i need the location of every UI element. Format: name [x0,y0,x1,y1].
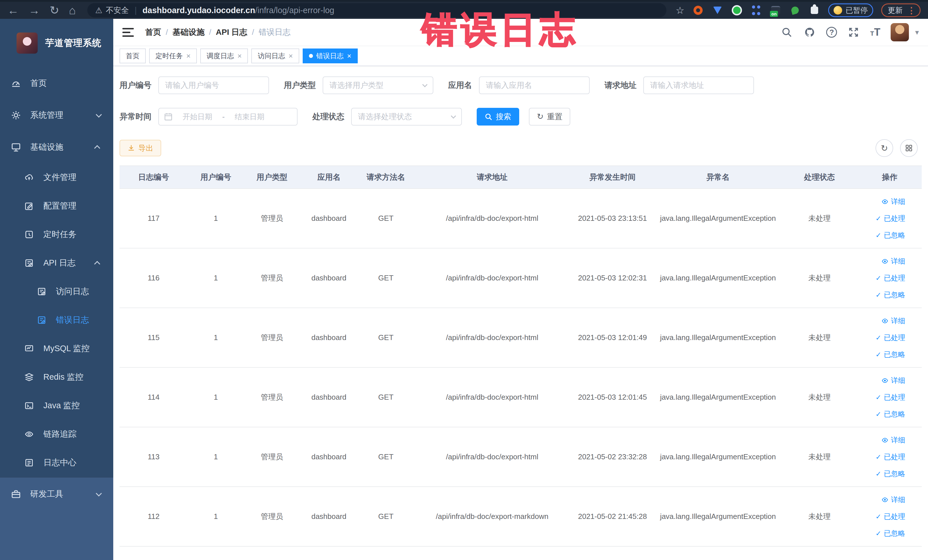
detail-link[interactable]: 详细 [882,435,905,445]
sidebar-item-label: MySQL 监控 [43,343,90,354]
mark-processed-link[interactable]: ✓已处理 [876,273,905,283]
extension-icon-orange[interactable] [692,5,704,16]
browser-update-button[interactable]: 更新 ⋮ [881,3,920,17]
breadcrumb-infra[interactable]: 基础设施 [172,27,205,38]
sidebar-item-log-center[interactable]: 日志中心 [0,449,113,477]
browser-menu-icon[interactable]: ⋮ [907,5,916,15]
not-secure-label[interactable]: 不安全 [106,5,129,15]
cell-status: 未处理 [781,368,858,427]
user-type-select[interactable]: 请选择用户类型 [323,76,433,94]
extension-icon-dots[interactable] [751,5,762,16]
gear-icon [11,110,21,121]
sidebar-item-access-log[interactable]: 访问日志 [0,277,113,306]
tab-home[interactable]: 首页 [119,49,146,63]
reset-button[interactable]: ↻ 重置 [529,108,570,125]
browser-home-icon[interactable]: ⌂ [69,5,76,16]
cell-user-type: 管理员 [244,308,300,368]
mark-processed-link[interactable]: ✓已处理 [876,333,905,342]
mark-processed-link[interactable]: ✓已处理 [876,392,905,402]
tab-job[interactable]: 定时任务 × [149,49,197,63]
request-url-input[interactable] [650,81,751,90]
url-domain: dashboard.yudao.iocoder.cn [143,6,255,15]
sidebar-toggle-icon[interactable] [122,28,134,37]
app-logo-row[interactable]: 芋道管理系统 [0,19,113,67]
check-icon: ✓ [876,470,881,478]
extension-icon-green[interactable] [731,5,743,16]
cell-app-name: dashboard [300,368,358,427]
search-icon[interactable] [780,26,793,38]
sidebar-item-redis[interactable]: Redis 监控 [0,363,113,391]
check-icon: ✓ [876,529,881,537]
close-icon[interactable]: × [347,52,351,60]
search-button[interactable]: 搜索 [477,108,519,125]
col-user-type: 用户类型 [244,166,300,189]
sidebar-item-error-log[interactable]: 错误日志 [0,306,113,334]
export-button[interactable]: 导出 [119,140,161,156]
mark-processed-link[interactable]: ✓已处理 [876,452,905,462]
sidebar-item-home[interactable]: 首页 [0,67,113,99]
browser-forward-icon[interactable]: → [29,5,40,16]
sidebar-item-file[interactable]: 文件管理 [0,163,113,192]
dashboard-icon [11,78,21,89]
sidebar-item-label: Java 监控 [43,400,79,411]
app-name-input[interactable] [486,81,586,90]
mark-ignored-link[interactable]: ✓已忽略 [876,409,905,419]
bookmark-star-icon[interactable]: ☆ [676,5,684,16]
sidebar-item-system[interactable]: 系统管理 [0,99,113,131]
extensions-puzzle-icon[interactable] [809,5,820,16]
avatar-caret-down-icon[interactable]: ▾ [915,28,919,37]
mark-processed-link[interactable]: ✓已处理 [876,214,905,223]
breadcrumb-api-log[interactable]: API 日志 [216,27,247,38]
close-icon[interactable]: × [237,52,242,60]
sidebar-item-mysql[interactable]: MySQL 监控 [0,334,113,363]
extension-icon-shield[interactable] [712,5,723,16]
sidebar-item-config[interactable]: 配置管理 [0,192,113,220]
user-avatar[interactable] [891,23,909,41]
sidebar-item-trace[interactable]: 链路追踪 [0,420,113,449]
sidebar-item-api-log[interactable]: API 日志 [0,249,113,277]
refresh-table-button[interactable]: ↻ [876,139,893,157]
help-icon[interactable]: ? [826,27,837,38]
cell-url: /api/infra/db-doc/export-html [414,427,570,487]
end-date-input[interactable] [228,112,271,121]
github-icon[interactable] [803,26,816,38]
user-id-input[interactable] [165,81,266,90]
start-date-input[interactable] [176,112,219,121]
mark-ignored-link[interactable]: ✓已忽略 [876,529,905,538]
extension-icon-switch[interactable]: on [770,5,781,16]
sidebar-item-label: 访问日志 [56,286,89,297]
font-size-icon[interactable]: TT [870,27,880,37]
sidebar-item-label: API 日志 [43,257,76,269]
profile-paused-badge[interactable]: 已暂停 [828,3,873,17]
sidebar-item-job[interactable]: 定时任务 [0,220,113,249]
tab-error-log[interactable]: 错误日志 × [303,49,358,63]
breadcrumb-home[interactable]: 首页 [145,27,161,38]
detail-link[interactable]: 详细 [882,197,905,206]
active-tab-dot [309,54,313,58]
close-icon[interactable]: × [288,52,293,60]
mark-ignored-link[interactable]: ✓已忽略 [876,290,905,299]
date-range-picker[interactable]: - [158,108,298,125]
tab-access-log[interactable]: 访问日志 × [251,49,299,63]
status-select[interactable]: 请选择处理状态 [351,108,462,125]
address-bar[interactable]: ⚠ 不安全 | dashboard.yudao.iocoder.cn/infra… [87,3,666,17]
extension-icon-sprout[interactable] [789,5,801,16]
mark-ignored-link[interactable]: ✓已忽略 [876,350,905,359]
tab-job-log[interactable]: 调度日志 × [200,49,248,63]
close-icon[interactable]: × [186,52,191,60]
sidebar-item-java[interactable]: Java 监控 [0,391,113,420]
detail-link[interactable]: 详细 [882,256,905,266]
column-settings-button[interactable] [900,139,918,157]
detail-link[interactable]: 详细 [882,376,905,385]
sidebar-item-infra[interactable]: 基础设施 [0,131,113,163]
sidebar-item-label: 首页 [30,78,47,89]
sidebar-item-devtools[interactable]: 研发工具 [0,478,113,511]
browser-reload-icon[interactable]: ↻ [50,5,60,16]
detail-link[interactable]: 详细 [882,495,905,504]
mark-processed-link[interactable]: ✓已处理 [876,512,905,521]
fullscreen-icon[interactable] [847,26,860,38]
mark-ignored-link[interactable]: ✓已忽略 [876,230,905,240]
detail-link[interactable]: 详细 [882,316,905,325]
mark-ignored-link[interactable]: ✓已忽略 [876,469,905,478]
browser-back-icon[interactable]: ← [8,5,19,16]
